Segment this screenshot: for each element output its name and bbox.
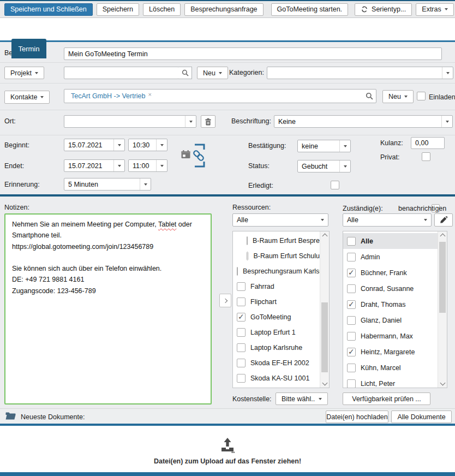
ressourcen-list[interactable]: B-Raum Erfurt BespreB-Raum Erfurt Schulu… (232, 231, 330, 388)
kontakt-neu-dropdown[interactable]: Neu (382, 90, 414, 103)
beschriftung-combobox[interactable]: Keine (274, 115, 453, 128)
scroll-down-button[interactable] (320, 378, 329, 388)
save-close-button[interactable]: Speichern und Schließen (4, 3, 93, 16)
resource-row[interactable]: Flipchart (233, 294, 320, 310)
folder-icon[interactable] (5, 412, 16, 420)
assignee-item-label: Alle (361, 237, 373, 245)
status-combobox[interactable]: Gebucht (297, 160, 351, 172)
extras-dropdown[interactable]: Extras (416, 3, 453, 16)
kontakt-chip[interactable]: TecArt GmbH -> Vertrieb× (64, 90, 363, 103)
kontakt-search-button[interactable] (363, 90, 376, 103)
scroll-up-button[interactable] (438, 231, 447, 241)
kulanz-input[interactable] (411, 137, 445, 149)
expand-notes-button[interactable] (219, 294, 231, 307)
checkbox[interactable] (347, 316, 356, 325)
checkbox[interactable] (347, 348, 356, 356)
scroll-down-button[interactable] (438, 378, 447, 388)
resource-row[interactable]: Skoda KA-SU 1001 (233, 371, 320, 386)
meeting-request-button[interactable]: Besprechungsanfrage (184, 3, 263, 16)
checkbox[interactable] (237, 282, 246, 291)
zustaendig-label: Zuständig(e): (343, 205, 383, 212)
endet-date-combobox[interactable]: 15.07.2021 (64, 159, 125, 172)
beginnt-time-combobox[interactable]: 10:30 (128, 139, 167, 151)
assignee-row[interactable]: Büchner, Frank (343, 265, 438, 281)
chip-remove-icon[interactable]: × (148, 91, 152, 98)
scrollbar-thumb[interactable] (321, 302, 328, 372)
checkbox[interactable] (237, 297, 246, 306)
erledigt-checkbox[interactable] (331, 181, 339, 189)
resource-row[interactable]: B-Raum Erfurt Bespre (233, 233, 320, 248)
assignee-row[interactable]: Kühn, Marcel (343, 360, 438, 376)
checkbox[interactable] (347, 364, 356, 372)
gotomeeting-start-button[interactable]: GoToMeeting starten. (271, 3, 349, 16)
checkbox[interactable] (347, 237, 356, 246)
zustaendig-scrollbar[interactable] (438, 231, 447, 388)
all-documents-button[interactable]: Alle Dokumente (391, 410, 452, 423)
assignee-row[interactable]: Glanz, Daniel (343, 312, 438, 328)
zustaendig-list[interactable]: AlleAdminBüchner, FrankConrad, SusanneDr… (343, 231, 447, 388)
assignee-row[interactable]: Draht, Thomas (343, 296, 438, 312)
checkbox[interactable] (247, 236, 248, 245)
edit-zustaendig-button[interactable] (434, 213, 453, 227)
checkbox[interactable] (347, 332, 356, 341)
beginnt-date-combobox[interactable]: 15.07.2021 (64, 139, 125, 151)
delete-button[interactable]: Löschen (143, 3, 181, 16)
resource-row[interactable]: Laptop Erfurt 1 (233, 325, 320, 340)
sync-icon (361, 5, 368, 13)
assignee-row[interactable]: Heintz, Margarete (343, 344, 438, 360)
einladen-checkbox[interactable] (417, 92, 426, 100)
upload-files-button[interactable]: Datei(en) hochladen (326, 410, 388, 423)
assignee-row[interactable]: Conrad, Susanne (343, 281, 438, 296)
checkbox[interactable] (237, 267, 238, 276)
assignee-row[interactable]: Admin (343, 249, 438, 265)
checkbox[interactable] (247, 252, 248, 260)
ressourcen-scrollbar[interactable] (320, 231, 329, 388)
kontakte-dropdown[interactable]: Kontakte (4, 91, 50, 104)
privat-checkbox[interactable] (422, 152, 430, 161)
resource-row[interactable]: B-Raum Erfurt Schulu (233, 248, 320, 264)
assignee-row[interactable]: Habermann, Max (343, 328, 438, 344)
projekt-search-button[interactable] (178, 67, 192, 79)
checkbox[interactable] (347, 379, 356, 388)
kontakt-field[interactable]: TecArt GmbH -> Vertrieb× (64, 89, 376, 103)
projekt-search-input[interactable] (64, 67, 179, 79)
ort-combobox[interactable] (64, 115, 196, 128)
resource-row[interactable]: Fahrrad (233, 279, 320, 294)
resource-row[interactable]: Besprechungsraum Karlsr (233, 264, 320, 279)
checkbox[interactable] (347, 253, 356, 261)
checkbox[interactable] (237, 359, 246, 367)
checkbox[interactable] (347, 300, 356, 309)
checkbox[interactable] (237, 343, 246, 352)
resource-row[interactable]: Laptop Karlsruhe (233, 340, 320, 355)
link-dates-icon[interactable] (190, 140, 207, 171)
projekt-neu-dropdown[interactable]: Neu (197, 67, 228, 79)
tab-termin[interactable]: Termin (11, 39, 46, 58)
save-button[interactable]: Speichern (97, 3, 139, 16)
zustaendig-filter-combobox[interactable]: Alle (343, 213, 432, 227)
assignee-row[interactable]: Alle (343, 233, 438, 249)
resource-row[interactable]: Skoda EF-EH 2002 (233, 355, 320, 371)
projekt-dropdown[interactable]: Projekt (4, 67, 44, 79)
checkbox[interactable] (237, 313, 246, 322)
scroll-up-button[interactable] (320, 231, 329, 241)
resource-row[interactable]: GoToMeeting (233, 310, 320, 325)
calendar-icon[interactable] (181, 150, 190, 159)
kategorien-combobox[interactable] (267, 67, 453, 79)
ort-clear-button[interactable] (201, 115, 215, 128)
checkbox[interactable] (347, 269, 356, 277)
kostenstelle-dropdown[interactable]: Bitte wähl... (276, 392, 328, 405)
endet-time-combobox[interactable]: 11:00 (128, 159, 167, 172)
bestaetigung-combobox[interactable]: keine (297, 140, 351, 152)
betreff-input[interactable] (64, 47, 442, 60)
checkbox[interactable] (237, 374, 246, 383)
recurrence-button[interactable]: Serientyp... (355, 3, 412, 16)
checkbox[interactable] (237, 328, 246, 337)
check-availability-button[interactable]: Verfügbarkeit prüfen ... (343, 392, 430, 405)
checkbox[interactable] (347, 284, 356, 293)
upload-dropzone[interactable]: Datei(en) zum Upload auf das Fenster zie… (0, 426, 455, 472)
assignee-row[interactable]: Licht, Peter (343, 376, 438, 388)
ressourcen-filter-combobox[interactable]: Alle (232, 213, 328, 227)
notizen-textarea[interactable]: Nehmen Sie an meinem Meeting per Compute… (4, 213, 212, 404)
scrollbar-thumb[interactable] (439, 242, 446, 313)
erinnerung-combobox[interactable]: 5 Minuten (64, 178, 151, 191)
